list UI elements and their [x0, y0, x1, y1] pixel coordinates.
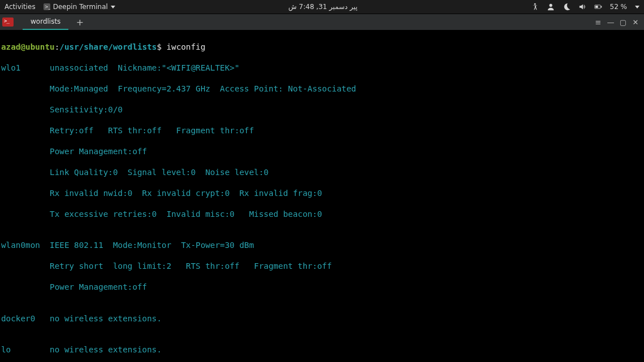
prompt-line: azad@ubuntu:/usr/share/wordlists$ iwconf… — [1, 42, 643, 53]
output-line: Retry short long limit:2 RTS thr:off Fra… — [1, 261, 643, 272]
new-tab-button[interactable]: + — [72, 14, 88, 30]
prompt-path: /usr/share/wordlists — [59, 42, 156, 51]
output-line: Power Management:off — [1, 146, 643, 157]
tab-wordlists[interactable]: wordlists — [23, 14, 68, 30]
svg-text:>_: >_ — [45, 5, 50, 10]
prompt-user: azad — [1, 42, 20, 51]
close-button[interactable]: ✕ — [629, 16, 642, 28]
command-text: iwconfig — [167, 42, 206, 51]
svg-rect-6 — [601, 6, 602, 7]
svg-point-3 — [549, 4, 552, 7]
output-line: Power Management:off — [1, 282, 643, 293]
app-menu[interactable]: >_ Deepin Terminal — [43, 3, 115, 11]
gnome-top-bar: Activities >_ Deepin Terminal پیر دسمبر … — [0, 0, 644, 14]
minimize-button[interactable]: — — [604, 16, 617, 28]
clock[interactable]: پیر دسمبر 31, 7:48 ش — [115, 3, 531, 11]
terminal-app-icon[interactable] — [2, 18, 14, 27]
output-line: wlo1 unassociated Nickname:"<WIFI@REALTE… — [1, 63, 643, 73]
output-line: Rx invalid nwid:0 Rx invalid crypt:0 Rx … — [1, 188, 643, 199]
svg-point-2 — [534, 3, 536, 5]
user-icon[interactable] — [547, 3, 555, 11]
output-line: Link Quality:0 Signal level:0 Noise leve… — [1, 167, 643, 178]
tab-label: wordlists — [31, 18, 60, 25]
prompt-at: @ — [20, 42, 25, 51]
prompt-host: ubuntu — [25, 42, 55, 51]
chevron-down-icon — [111, 6, 115, 8]
accessibility-icon[interactable] — [531, 3, 539, 11]
prompt-dollar: $ — [156, 42, 166, 51]
output-line: Tx excessive retries:0 Invalid misc:0 Mi… — [1, 209, 643, 220]
terminal-tab-bar: wordlists + ≡ — ▢ ✕ — [0, 14, 644, 30]
terminal-viewport[interactable]: azad@ubuntu:/usr/share/wordlists$ iwconf… — [0, 30, 644, 362]
app-menu-label: Deepin Terminal — [53, 3, 108, 11]
activities-button[interactable]: Activities — [5, 3, 36, 11]
output-line: Mode:Managed Frequency=2.437 GHz Access … — [1, 84, 643, 94]
terminal-icon: >_ — [43, 3, 50, 10]
output-line: docker0 no wireless extensions. — [1, 313, 643, 324]
output-line: Sensitivity:0/0 — [1, 104, 643, 115]
maximize-button[interactable]: ▢ — [617, 16, 629, 28]
chevron-down-icon — [635, 6, 639, 8]
hamburger-menu-icon[interactable]: ≡ — [592, 16, 604, 28]
output-line: Retry:off RTS thr:off Fragment thr:off — [1, 125, 643, 136]
output-line: lo no wireless extensions. — [1, 344, 643, 355]
output-line: wlan0mon IEEE 802.11 Mode:Monitor Tx-Pow… — [1, 240, 643, 251]
battery-percent: 52 % — [610, 3, 628, 11]
battery-icon[interactable] — [594, 3, 602, 11]
moon-icon[interactable] — [563, 3, 571, 11]
svg-rect-5 — [595, 6, 598, 8]
volume-icon[interactable] — [578, 3, 586, 11]
